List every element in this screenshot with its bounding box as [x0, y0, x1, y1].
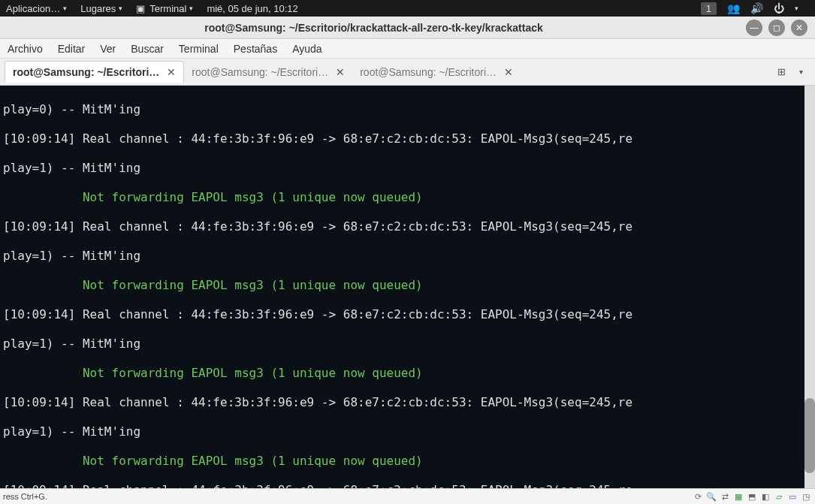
maximize-button[interactable]: ◻ — [768, 20, 785, 36]
chevron-down-icon: ▾ — [119, 5, 122, 12]
term-line: Not forwarding EAPOL msg3 (1 unique now … — [3, 366, 812, 381]
term-line: [10:09:14] Real channel : 44:fe:3b:3f:96… — [3, 483, 812, 489]
system-menu-chevron-icon[interactable]: ▾ — [795, 5, 798, 12]
tab-bar: root@Samsung: ~/Escritori… ✕ root@Samsun… — [0, 59, 815, 86]
tab-label: root@Samsung: ~/Escritori… — [192, 66, 328, 78]
clock[interactable]: mié, 05 de jun, 10:12 — [207, 3, 297, 14]
status-bar: ress Ctrl+G. ⟳ 🔍 ⇄ ▦ ⬒ ◧ ▱ ▭ ◳ — [0, 488, 815, 504]
menu-editar[interactable]: Editar — [58, 43, 86, 55]
term-line: [10:09:14] Real channel : 44:fe:3b:3f:96… — [3, 395, 812, 410]
desktop-top-panel: Aplicacion…▾ Lugares▾ ▣Terminal▾ mié, 05… — [0, 0, 815, 17]
status-icon[interactable]: ⇄ — [719, 490, 731, 502]
status-icon[interactable]: ▦ — [732, 490, 744, 502]
term-line: [10:09:14] Real channel : 44:fe:3b:3f:96… — [3, 307, 812, 322]
close-icon[interactable]: ✕ — [504, 66, 513, 78]
close-icon[interactable]: ✕ — [336, 66, 345, 78]
status-hint: ress Ctrl+G. — [3, 492, 47, 501]
menu-terminal[interactable]: Terminal — [179, 43, 219, 55]
term-line: play=1) -- MitM'ing — [3, 337, 812, 352]
menu-ver[interactable]: Ver — [100, 43, 116, 55]
term-line: play=1) -- MitM'ing — [3, 161, 812, 176]
window-title: root@Samsung: ~/Escritorio/krackattack-a… — [8, 22, 740, 34]
applications-label: Aplicacion… — [6, 3, 60, 14]
workspace-indicator[interactable]: 1 — [701, 2, 717, 15]
menu-buscar[interactable]: Buscar — [131, 43, 164, 55]
places-label: Lugares — [80, 3, 116, 14]
menu-bar: Archivo Editar Ver Buscar Terminal Pesta… — [0, 39, 815, 59]
terminal-icon: ▣ — [136, 3, 145, 14]
status-icon[interactable]: ▱ — [773, 490, 785, 502]
status-icon[interactable]: ▭ — [786, 490, 798, 502]
minimize-button[interactable]: — — [746, 20, 762, 36]
status-icon[interactable]: 🔍 — [705, 490, 717, 502]
term-line: [10:09:14] Real channel : 44:fe:3b:3f:96… — [3, 219, 812, 234]
status-icon[interactable]: ◳ — [800, 490, 812, 502]
power-icon[interactable]: ⏻ — [774, 2, 784, 14]
status-icon[interactable]: ◧ — [759, 490, 771, 502]
term-line: play=0) -- MitM'ing — [3, 102, 812, 117]
places-menu[interactable]: Lugares▾ — [80, 3, 122, 14]
active-app-label: Terminal — [149, 3, 186, 14]
window-titlebar: root@Samsung: ~/Escritorio/krackattack-a… — [0, 17, 815, 39]
term-line: Not forwarding EAPOL msg3 (1 unique now … — [3, 190, 812, 205]
scrollbar[interactable] — [804, 86, 815, 488]
volume-icon[interactable]: 🔊 — [750, 2, 763, 14]
menu-pestanas[interactable]: Pestañas — [234, 43, 277, 55]
term-line: play=1) -- MitM'ing — [3, 424, 812, 439]
menu-archivo[interactable]: Archivo — [8, 43, 43, 55]
scrollbar-thumb[interactable] — [804, 398, 815, 473]
new-tab-button[interactable]: ⊞ — [771, 62, 791, 82]
active-app-terminal[interactable]: ▣Terminal▾ — [136, 3, 193, 14]
tab-2[interactable]: root@Samsung: ~/Escritori… ✕ — [184, 62, 352, 83]
users-icon[interactable]: 👥 — [727, 2, 740, 14]
term-line: [10:09:14] Real channel : 44:fe:3b:3f:96… — [3, 131, 812, 146]
chevron-down-icon: ▾ — [63, 5, 67, 12]
term-line: Not forwarding EAPOL msg3 (1 unique now … — [3, 454, 812, 469]
term-line: Not forwarding EAPOL msg3 (1 unique now … — [3, 278, 812, 293]
tab-label: root@Samsung: ~/Escritori… — [13, 66, 159, 78]
applications-menu[interactable]: Aplicacion…▾ — [6, 3, 67, 14]
menu-ayuda[interactable]: Ayuda — [292, 43, 321, 55]
term-line: play=1) -- MitM'ing — [3, 249, 812, 264]
tab-label: root@Samsung: ~/Escritori… — [360, 66, 497, 78]
tab-menu-chevron-icon[interactable]: ▾ — [791, 62, 810, 82]
status-icon[interactable]: ⬒ — [746, 490, 758, 502]
close-icon[interactable]: ✕ — [167, 66, 176, 78]
tab-1[interactable]: root@Samsung: ~/Escritori… ✕ — [5, 61, 184, 83]
tab-3[interactable]: root@Samsung: ~/Escritori… ✕ — [352, 62, 521, 83]
terminal-output[interactable]: play=0) -- MitM'ing [10:09:14] Real chan… — [0, 86, 815, 488]
chevron-down-icon: ▾ — [189, 5, 193, 12]
status-icon[interactable]: ⟳ — [692, 490, 704, 502]
close-button[interactable]: ✕ — [791, 20, 807, 36]
